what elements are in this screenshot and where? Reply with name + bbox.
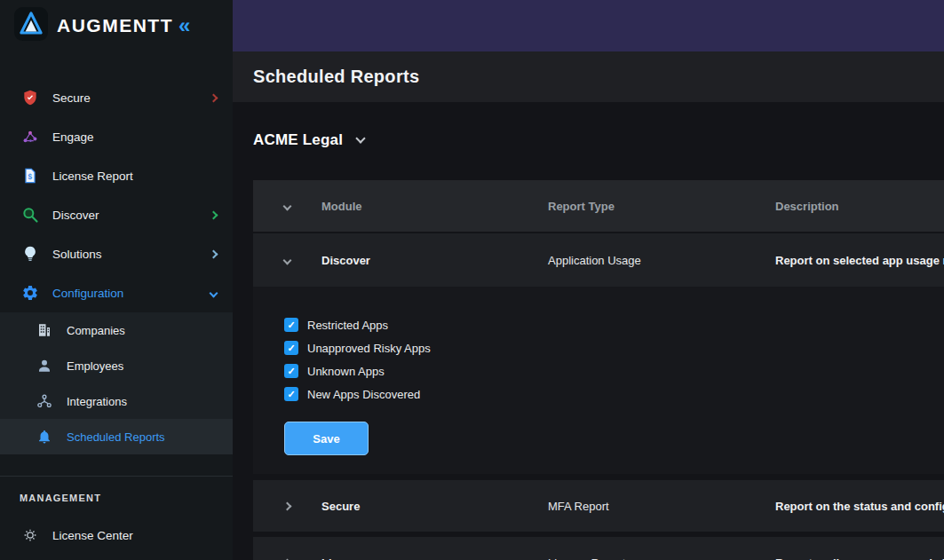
page-title: Scheduled Reports [253,67,419,87]
license-gear-icon [21,526,39,544]
sidebar-item-engage[interactable]: Engage [0,117,233,156]
sidebar-item-label: Discover [52,209,210,222]
sidebar-item-configuration[interactable]: Configuration [0,273,233,312]
gear-icon [21,284,39,302]
sidebar-item-employees[interactable]: Employees [0,348,233,383]
chevron-down-icon [283,201,292,210]
checkbox-label: Restricted Apps [307,319,388,332]
table-row-license: License License Report Report on license… [253,537,944,560]
column-header-report-type: Report Type [548,200,775,213]
shield-icon [21,89,39,106]
bell-icon [36,428,53,446]
building-icon [36,321,53,339]
topbar [233,0,944,51]
chevron-down-icon [283,256,292,264]
lightbulb-icon [21,245,39,263]
sidebar-item-license-report[interactable]: $ License Report [0,156,233,195]
sitemap-icon [36,392,53,410]
sidebar-item-solutions[interactable]: Solutions [0,234,233,273]
sidebar-item-integrations[interactable]: Integrations [0,383,233,419]
row-description: Report on the status and configuration [775,500,944,513]
table-row-secure: Secure MFA Report Report on the status a… [253,480,944,532]
svg-text:$: $ [28,172,33,181]
company-selector[interactable]: ACME Legal [253,128,364,153]
sidebar-item-label: Secure [52,91,210,105]
sidebar-item-label: Configuration [52,287,210,300]
scheduled-reports-table: Module Report Type Description Discover … [253,180,944,560]
row-expand-toggle[interactable] [253,257,321,264]
sidebar-nav: Secure Engage $ License Report Discover [0,78,233,555]
sidebar: AUGMENTT « Secure Engage $ License Repor… [0,0,233,560]
checkbox-label: Unapproved Risky Apps [307,342,431,355]
row-description: Report on selected app usage metrics [775,254,944,267]
chevron-right-icon [210,210,218,219]
sidebar-item-scheduled-reports[interactable]: Scheduled Reports [0,419,233,454]
main-content: ACME Legal Module Report Type Descriptio… [233,102,944,560]
row-report-type: License Report [548,556,775,560]
sidebar-item-discover[interactable]: Discover [0,195,233,234]
sidebar-item-label: Engage [52,130,217,144]
sidebar-item-label: License Center [52,529,217,542]
row-report-type: MFA Report [548,500,775,513]
company-name: ACME Legal [253,131,343,149]
row-module: License [321,556,548,560]
sidebar-item-license-center[interactable]: License Center [0,516,233,555]
chevron-right-icon [210,249,218,258]
checkbox-unknown-apps[interactable] [284,364,298,378]
checkbox-label: New Apps Discovered [307,388,420,401]
sidebar-item-label: Employees [67,359,217,373]
augmentt-logo [14,7,48,44]
checkbox-new-apps-discovered[interactable] [284,387,298,401]
logo-text: AUGMENTT [57,15,173,36]
checkbox-row: Unknown Apps [284,359,944,383]
checkbox-unapproved-risky-apps[interactable] [284,341,298,355]
magnifier-icon [21,206,39,224]
checkbox-row: New Apps Discovered [284,383,944,406]
chevron-down-icon [356,133,366,143]
row-description: Report on license usage and changes [775,556,944,560]
sidebar-item-label: Companies [67,324,217,337]
row-report-type: Application Usage [548,254,775,267]
table-row-discover: Discover Application Usage Report on sel… [253,233,944,287]
sidebar-item-label: License Report [52,170,217,183]
column-header-description: Description [775,200,944,213]
sidebar-item-secure[interactable]: Secure [0,78,233,117]
sidebar-item-label: Integrations [67,395,217,408]
logo-row: AUGMENTT « [0,0,233,51]
person-icon [36,357,53,375]
sidebar-item-label: Scheduled Reports [67,430,217,444]
chevron-right-icon [283,501,292,510]
row-module: Secure [321,500,548,513]
discover-options-panel: Restricted Apps Unapproved Risky Apps Un… [253,287,944,474]
network-icon [21,128,39,146]
checkbox-row: Unapproved Risky Apps [284,336,944,359]
management-section-label: MANAGEMENT [0,493,233,516]
chevron-down-icon [210,288,218,297]
management-section: MANAGEMENT License Center [0,476,233,555]
checkbox-row: Restricted Apps [284,313,944,336]
save-button[interactable]: Save [284,422,369,455]
row-module: Discover [321,254,548,267]
row-expand-toggle[interactable] [253,503,321,509]
chevron-right-icon [210,93,218,102]
column-header-module: Module [321,200,548,213]
checkbox-label: Unknown Apps [307,365,385,378]
collapse-all-toggle[interactable] [253,203,321,209]
page-header: Scheduled Reports [233,51,944,102]
checkbox-restricted-apps[interactable] [284,318,298,332]
sidebar-item-label: Solutions [52,248,210,261]
configuration-submenu: Companies Employees Integrations Schedul… [0,312,233,454]
sidebar-item-companies[interactable]: Companies [0,312,233,348]
table-header-row: Module Report Type Description [253,180,944,232]
sidebar-collapse-icon[interactable]: « [178,15,190,36]
document-dollar-icon: $ [21,167,39,185]
